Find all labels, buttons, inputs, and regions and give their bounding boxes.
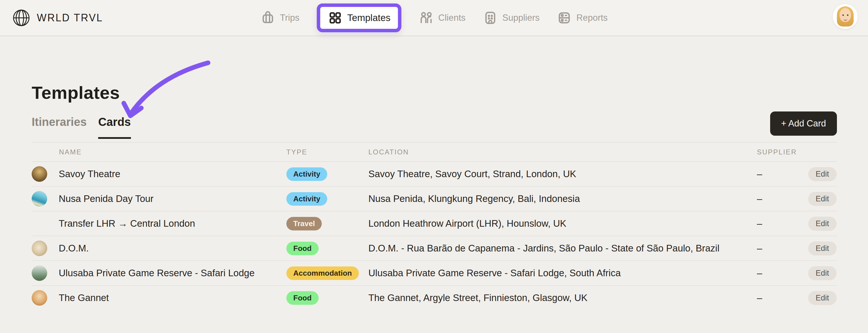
tabs: Itineraries Cards: [32, 115, 131, 138]
column-header-type: TYPE: [286, 148, 368, 156]
tabs-row: Itineraries Cards + Add Card: [32, 111, 837, 143]
table-row: Ulusaba Private Game Reserve - Safari Lo…: [32, 260, 837, 285]
card-name: The Gannet: [59, 293, 109, 303]
table-body: Savoy TheatreActivitySavoy Theatre, Savo…: [32, 161, 837, 310]
nav-item-suppliers[interactable]: Suppliers: [483, 10, 539, 25]
card-name: Ulusaba Private Game Reserve - Safari Lo…: [59, 268, 255, 279]
type-badge: Food: [286, 291, 319, 305]
main-content: Templates Itineraries Cards + Add Card N…: [0, 36, 868, 310]
add-card-button[interactable]: + Add Card: [770, 111, 837, 136]
table-row: Transfer LHR → Central LondonTravelLondo…: [32, 211, 837, 235]
card-name: D.O.M.: [59, 243, 89, 254]
row-thumbnail: [32, 265, 47, 281]
avatar-eye: [847, 15, 848, 16]
brand-name: WRLD TRVL: [37, 12, 103, 24]
building-icon: [483, 10, 498, 25]
edit-button[interactable]: Edit: [808, 192, 837, 206]
card-supplier: –: [757, 218, 808, 229]
people-icon: [419, 10, 434, 25]
card-location: Ulusaba Private Game Reserve - Safari Lo…: [368, 268, 757, 279]
table-row: Savoy TheatreActivitySavoy Theatre, Savo…: [32, 162, 837, 186]
reports-icon: [557, 10, 572, 25]
type-badge: Activity: [286, 167, 327, 181]
row-thumbnail: [32, 191, 47, 206]
tab-itineraries[interactable]: Itineraries: [32, 115, 87, 138]
type-badge: Travel: [286, 217, 322, 230]
nav-item-templates[interactable]: Templates: [317, 3, 401, 32]
edit-button[interactable]: Edit: [808, 167, 837, 181]
nav-label-trips: Trips: [280, 13, 300, 23]
table-header: NAME TYPE LOCATION SUPPLIER: [32, 143, 837, 161]
nav-item-trips[interactable]: Trips: [260, 10, 300, 25]
card-supplier: –: [757, 193, 808, 204]
card-supplier: –: [757, 293, 808, 303]
row-thumbnail-empty: [32, 216, 47, 231]
nav-label-reports: Reports: [577, 13, 608, 23]
row-thumbnail: [32, 241, 47, 256]
card-name: Savoy Theatre: [59, 168, 120, 179]
card-name: Transfer LHR → Central London: [59, 218, 195, 229]
page-title: Templates: [32, 36, 837, 103]
type-badge: Food: [286, 242, 319, 255]
nav-label-clients: Clients: [438, 13, 466, 23]
column-header-name: NAME: [32, 148, 286, 156]
edit-button[interactable]: Edit: [808, 217, 837, 231]
nav-label-suppliers: Suppliers: [502, 13, 539, 23]
suitcase-icon: [260, 10, 275, 25]
table-row: D.O.M.FoodD.O.M. - Rua Barão de Capanema…: [32, 235, 837, 260]
card-supplier: –: [757, 168, 808, 179]
row-thumbnail: [32, 166, 47, 182]
main-nav: TripsTemplatesClientsSuppliersReports: [260, 0, 608, 35]
nav-item-reports[interactable]: Reports: [557, 10, 608, 25]
column-header-location: LOCATION: [368, 148, 757, 156]
column-header-supplier: SUPPLIER: [757, 148, 808, 156]
type-badge: Accommodation: [286, 267, 359, 280]
type-badge: Activity: [286, 192, 327, 206]
edit-button[interactable]: Edit: [808, 241, 837, 255]
top-bar: WRLD TRVL TripsTemplatesClientsSuppliers…: [0, 0, 868, 36]
card-name: Nusa Penida Day Tour: [59, 193, 154, 204]
card-supplier: –: [757, 243, 808, 254]
nav-item-clients[interactable]: Clients: [419, 10, 466, 25]
user-avatar[interactable]: [832, 3, 858, 29]
edit-button[interactable]: Edit: [808, 291, 837, 305]
edit-button[interactable]: Edit: [808, 266, 837, 280]
card-supplier: –: [757, 268, 808, 279]
card-location: Savoy Theatre, Savoy Court, Strand, Lond…: [368, 168, 757, 179]
row-thumbnail: [32, 290, 47, 306]
brand-logo[interactable]: WRLD TRVL: [12, 9, 105, 27]
card-location: D.O.M. - Rua Barão de Capanema - Jardins…: [368, 243, 757, 254]
card-location: London Heathrow Airport (LHR), Hounslow,…: [368, 218, 757, 229]
tab-cards[interactable]: Cards: [98, 115, 131, 138]
avatar-eye: [842, 15, 844, 16]
card-location: Nusa Penida, Klungkung Regency, Bali, In…: [368, 193, 757, 204]
globe-icon: [12, 9, 31, 27]
table-row: The GannetFoodThe Gannet, Argyle Street,…: [32, 285, 837, 310]
grid-icon: [328, 10, 342, 25]
card-location: The Gannet, Argyle Street, Finnieston, G…: [368, 293, 757, 303]
table-row: Nusa Penida Day TourActivityNusa Penida,…: [32, 186, 837, 211]
nav-label-templates: Templates: [347, 12, 390, 23]
